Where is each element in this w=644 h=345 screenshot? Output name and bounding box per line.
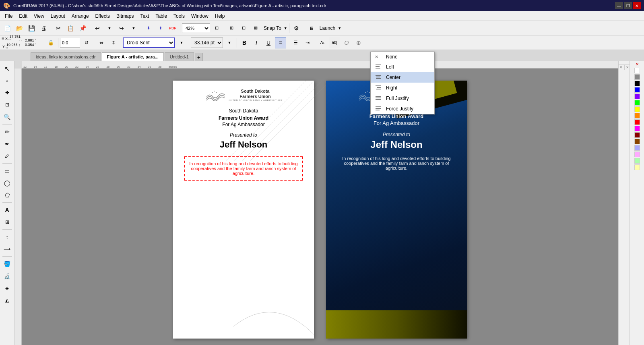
gray-swatch[interactable] bbox=[634, 74, 640, 80]
rect-tool[interactable]: ▭ bbox=[2, 165, 13, 177]
grid-button[interactable]: ⊞ bbox=[226, 23, 237, 34]
menu-arrange[interactable]: Arrange bbox=[68, 12, 92, 20]
align-center-option[interactable]: Center bbox=[371, 72, 434, 83]
undo-drop-button[interactable]: ▼ bbox=[104, 23, 115, 34]
freehand-tool[interactable]: ✏ bbox=[2, 126, 13, 137]
open-button[interactable]: 📂 bbox=[14, 23, 25, 34]
options-button[interactable]: ⚙ bbox=[291, 23, 302, 34]
menu-edit[interactable]: Edit bbox=[16, 12, 31, 20]
import-button[interactable]: ⬇ bbox=[143, 23, 154, 34]
tab-add-button[interactable]: + bbox=[195, 53, 203, 61]
select-tool[interactable]: ↖ bbox=[2, 63, 13, 74]
shadow-tool[interactable]: ◭ bbox=[2, 295, 13, 306]
minimize-button[interactable]: — bbox=[615, 2, 623, 9]
italic2-button[interactable]: O bbox=[341, 37, 352, 48]
pdf-button[interactable]: PDF bbox=[167, 23, 178, 34]
mirror-h-button[interactable]: ⇔ bbox=[96, 37, 107, 48]
rotate-ccw-button[interactable]: ↺ bbox=[81, 37, 92, 48]
crop-tool[interactable]: ⊡ bbox=[2, 99, 13, 110]
align-full-justify-option[interactable]: Full Justify bbox=[371, 93, 434, 104]
tab-figure-a[interactable]: Figure A - artistic, para... bbox=[102, 52, 164, 61]
zoom-tool[interactable]: 🔍 bbox=[2, 111, 13, 123]
cut-button[interactable]: ✂ bbox=[53, 23, 64, 34]
interactive-fill-tool[interactable]: ◈ bbox=[2, 283, 13, 294]
menu-view[interactable]: View bbox=[31, 12, 47, 20]
fit-page-button[interactable]: ⊡ bbox=[211, 23, 222, 34]
font-dropdown-button[interactable]: ▼ bbox=[176, 37, 187, 48]
yellow-swatch[interactable] bbox=[634, 106, 640, 112]
workspace-button[interactable]: 🖥 bbox=[306, 23, 317, 34]
indent-button[interactable]: ⇥ bbox=[302, 37, 313, 48]
align-force-justify-option[interactable]: Force Justify bbox=[371, 104, 434, 114]
add-text-button[interactable]: ⊕ bbox=[353, 37, 364, 48]
connector-tool[interactable]: ⟶ bbox=[2, 243, 13, 255]
restore-button[interactable]: ❐ bbox=[624, 2, 632, 9]
tab-untitled[interactable]: Untitled-1 bbox=[165, 52, 194, 61]
pen-tool[interactable]: ✒ bbox=[2, 138, 13, 150]
text-placeholder-button[interactable]: ab| bbox=[329, 37, 340, 48]
brown-swatch[interactable] bbox=[634, 139, 640, 144]
print-button[interactable]: 🖨 bbox=[38, 23, 49, 34]
transform-tool[interactable]: ✤ bbox=[2, 87, 13, 98]
rotation-input[interactable] bbox=[60, 38, 80, 48]
undo-button[interactable]: ↩ bbox=[92, 23, 103, 34]
fill-tool[interactable]: 🪣 bbox=[2, 258, 13, 270]
menu-text[interactable]: Text bbox=[137, 12, 152, 20]
calligraphy-tool[interactable]: 🖊 bbox=[2, 150, 13, 162]
paste-button[interactable]: 📌 bbox=[77, 23, 88, 34]
bullet-button[interactable]: ☰ bbox=[290, 37, 301, 48]
char-spacing-button[interactable]: Aₐ bbox=[317, 37, 328, 48]
save-button[interactable]: 💾 bbox=[26, 23, 37, 34]
lightyellow-swatch[interactable] bbox=[634, 164, 640, 170]
redo-button[interactable]: ↪ bbox=[116, 23, 127, 34]
table-tool[interactable]: ⊞ bbox=[2, 216, 13, 228]
zoom-select[interactable]: 42% 100% 50% 25% bbox=[182, 23, 210, 33]
font-size-select[interactable]: 33.146 pt 12 pt 24 pt 48 pt bbox=[191, 37, 223, 48]
align-none-option[interactable]: ✕ None bbox=[371, 52, 434, 62]
no-color-swatch[interactable]: ✕ bbox=[636, 62, 639, 67]
blue-swatch[interactable] bbox=[634, 87, 640, 93]
menu-help[interactable]: Help bbox=[212, 12, 228, 20]
orange-swatch[interactable] bbox=[634, 113, 640, 118]
snap-button[interactable]: ⊠ bbox=[250, 23, 261, 34]
redo-drop-button[interactable]: ▼ bbox=[128, 23, 139, 34]
bold-button[interactable]: B bbox=[239, 37, 250, 48]
magenta-swatch[interactable] bbox=[634, 126, 640, 131]
align-right-option[interactable]: Right bbox=[371, 83, 434, 93]
menu-layout[interactable]: Layout bbox=[47, 12, 68, 20]
ellipse-tool[interactable]: ◯ bbox=[2, 177, 13, 189]
close-color-x[interactable]: ✕ bbox=[618, 64, 624, 70]
close-button[interactable]: ✕ bbox=[633, 2, 641, 9]
lock-ratio-button[interactable]: 🔓 bbox=[45, 37, 56, 48]
white-swatch[interactable] bbox=[634, 68, 640, 73]
new-button[interactable]: 📄 bbox=[2, 23, 13, 34]
mirror-v-button[interactable]: ⇕ bbox=[108, 37, 119, 48]
red-swatch[interactable] bbox=[634, 119, 640, 125]
menu-tools[interactable]: Tools bbox=[170, 12, 188, 20]
darkred-swatch[interactable] bbox=[634, 132, 640, 138]
canvas-body[interactable]: South Dakota Farmers Union UNITED TO GRO… bbox=[22, 69, 618, 345]
tab-ideas[interactable]: ideas, links to submissions.cdr bbox=[31, 52, 101, 61]
node-tool[interactable]: ⬦ bbox=[2, 75, 13, 86]
lightgreen-swatch[interactable] bbox=[634, 158, 640, 164]
menu-bitmaps[interactable]: Bitmaps bbox=[113, 12, 137, 20]
parallel-dim-tool[interactable]: ↕ bbox=[2, 231, 13, 243]
black-swatch[interactable] bbox=[634, 81, 640, 86]
menu-window[interactable]: Window bbox=[188, 12, 212, 20]
font-size-dropdown-button[interactable]: ▼ bbox=[224, 37, 235, 48]
menu-table[interactable]: Table bbox=[152, 12, 170, 20]
align-center-button[interactable]: ≡ bbox=[275, 37, 286, 48]
lightblue-swatch[interactable] bbox=[634, 145, 640, 151]
color-eyedrop-tool[interactable]: 🔬 bbox=[2, 270, 13, 282]
menu-file[interactable]: File bbox=[2, 12, 16, 20]
copy-button[interactable]: 📋 bbox=[65, 23, 76, 34]
purple-swatch[interactable] bbox=[634, 94, 640, 99]
green-swatch[interactable] bbox=[634, 100, 640, 106]
underline-button[interactable]: U bbox=[263, 37, 274, 48]
menu-effects[interactable]: Effects bbox=[92, 12, 113, 20]
align-left-option[interactable]: Left bbox=[371, 62, 434, 72]
text-tool[interactable]: A bbox=[2, 204, 13, 216]
font-select[interactable]: Droid Serif Arial Times New Roman bbox=[123, 37, 175, 48]
export-button[interactable]: ⬆ bbox=[155, 23, 166, 34]
italic-button[interactable]: I bbox=[251, 37, 262, 48]
